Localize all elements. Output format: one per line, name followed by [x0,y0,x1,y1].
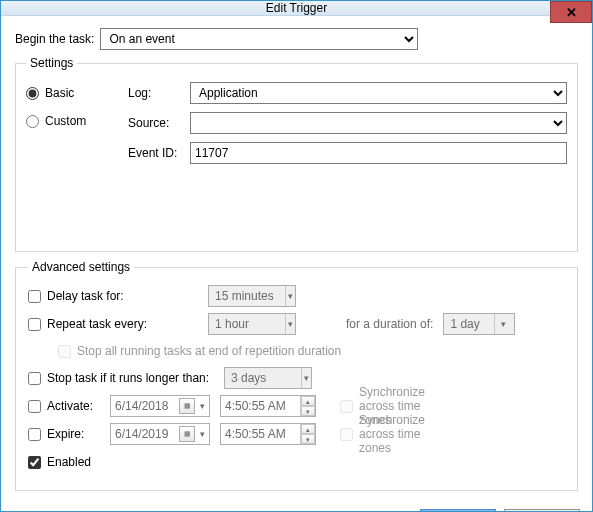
delay-combo: 15 minutes ▾ [208,285,296,307]
chevron-down-icon: ▾ [301,368,311,388]
chevron-down-icon: ▾ [494,314,511,334]
duration-combo: 1 day ▾ [443,313,515,335]
expire-date-picker: 6/14/2019 ▦ ▾ [110,423,210,445]
dialog-footer: OK Cancel [1,499,592,512]
begin-task-label: Begin the task: [15,32,94,46]
stop-if-checkbox[interactable]: Stop task if it runs longer than: [28,371,214,385]
activate-label: Activate: [47,399,93,413]
stop-if-value: 3 days [231,371,297,385]
enabled-checkbox-input[interactable] [28,456,41,469]
advanced-legend: Advanced settings [28,260,134,274]
spinner-icon: ▴▾ [300,396,315,416]
close-icon: ✕ [566,5,577,20]
expire-checkbox[interactable]: Expire: [28,427,100,441]
chevron-down-icon: ▾ [285,286,295,306]
expire-sync-input [340,428,353,441]
activate-checkbox-input[interactable] [28,400,41,413]
radio-custom[interactable]: Custom [26,114,106,128]
source-label: Source: [128,116,184,130]
radio-custom-label: Custom [45,114,86,128]
duration-value: 1 day [450,317,490,331]
chevron-down-icon: ▾ [195,401,209,411]
repeat-label: Repeat task every: [47,317,147,331]
repeat-checkbox[interactable]: Repeat task every: [28,317,147,331]
chevron-down-icon: ▾ [285,314,295,334]
delay-checkbox[interactable]: Delay task for: [28,289,124,303]
repeat-value: 1 hour [215,317,281,331]
stop-all-checkbox: Stop all running tasks at end of repetit… [58,344,341,358]
settings-legend: Settings [26,56,77,70]
radio-basic[interactable]: Basic [26,86,106,100]
calendar-icon: ▦ [179,426,195,442]
title-bar: Edit Trigger ✕ [1,1,592,16]
settings-group: Settings Basic Custom Log: Application [15,56,578,252]
expire-checkbox-input[interactable] [28,428,41,441]
radio-custom-input[interactable] [26,115,39,128]
stop-all-label: Stop all running tasks at end of repetit… [77,344,341,358]
repeat-combo: 1 hour ▾ [208,313,296,335]
stop-if-checkbox-input[interactable] [28,372,41,385]
spinner-icon: ▴▾ [300,424,315,444]
expire-time: 4:50:55 AM [225,427,286,441]
repeat-checkbox-input[interactable] [28,318,41,331]
expire-sync-checkbox: Synchronize across time zones [340,413,412,455]
stop-all-checkbox-input [58,345,71,358]
stop-if-combo: 3 days ▾ [224,367,312,389]
delay-checkbox-input[interactable] [28,290,41,303]
duration-label: for a duration of: [346,317,433,331]
begin-task-row: Begin the task: On an event [15,28,578,50]
activate-date: 6/14/2018 [115,399,168,413]
begin-task-select[interactable]: On an event [100,28,418,50]
radio-basic-label: Basic [45,86,74,100]
expire-label: Expire: [47,427,84,441]
activate-time: 4:50:55 AM [225,399,286,413]
enabled-label: Enabled [47,455,91,469]
activate-sync-input [340,400,353,413]
expire-sync-label: Synchronize across time zones [359,413,425,455]
dialog-content: Begin the task: On an event Settings Bas… [1,16,592,499]
log-label: Log: [128,86,184,100]
radio-basic-input[interactable] [26,87,39,100]
eventid-label: Event ID: [128,146,184,160]
window-title: Edit Trigger [266,1,327,15]
stop-if-label: Stop task if it runs longer than: [47,371,209,385]
expire-date: 6/14/2019 [115,427,168,441]
source-select[interactable] [190,112,567,134]
delay-value: 15 minutes [215,289,281,303]
advanced-group: Advanced settings Delay task for: 15 min… [15,260,578,491]
delay-label: Delay task for: [47,289,124,303]
activate-time-picker: 4:50:55 AM ▴▾ [220,395,316,417]
calendar-icon: ▦ [179,398,195,414]
expire-time-picker: 4:50:55 AM ▴▾ [220,423,316,445]
enabled-checkbox[interactable]: Enabled [28,455,91,469]
eventid-input[interactable] [190,142,567,164]
activate-checkbox[interactable]: Activate: [28,399,100,413]
close-button[interactable]: ✕ [550,1,592,23]
activate-date-picker: 6/14/2018 ▦ ▾ [110,395,210,417]
log-select[interactable]: Application [190,82,567,104]
chevron-down-icon: ▾ [195,429,209,439]
